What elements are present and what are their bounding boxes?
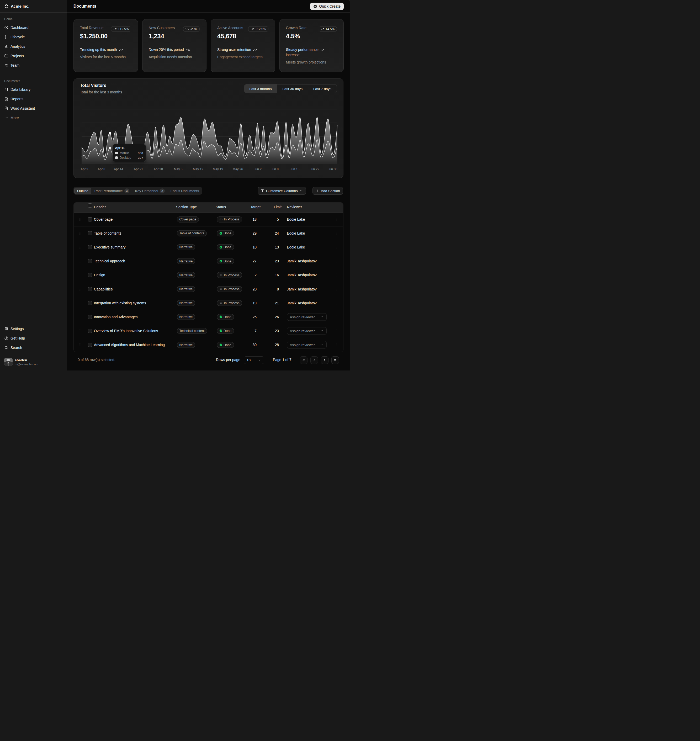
svg-text:Jun 22: Jun 22	[310, 168, 319, 171]
svg-text:May 5: May 5	[174, 168, 182, 171]
svg-text:Jun 30: Jun 30	[328, 168, 337, 171]
svg-text:May 19: May 19	[213, 168, 223, 171]
svg-text:May 26: May 26	[233, 168, 243, 171]
svg-text:May 12: May 12	[193, 168, 203, 171]
svg-text:Apr 28: Apr 28	[154, 168, 163, 171]
svg-text:Apr 2: Apr 2	[81, 168, 88, 171]
svg-text:Jun 15: Jun 15	[290, 168, 299, 171]
svg-text:Apr 8: Apr 8	[98, 168, 105, 171]
svg-text:Jun 2: Jun 2	[254, 168, 262, 171]
svg-text:Jun 8: Jun 8	[271, 168, 279, 171]
svg-text:Apr 14: Apr 14	[114, 168, 123, 171]
svg-text:Apr 21: Apr 21	[134, 168, 143, 171]
